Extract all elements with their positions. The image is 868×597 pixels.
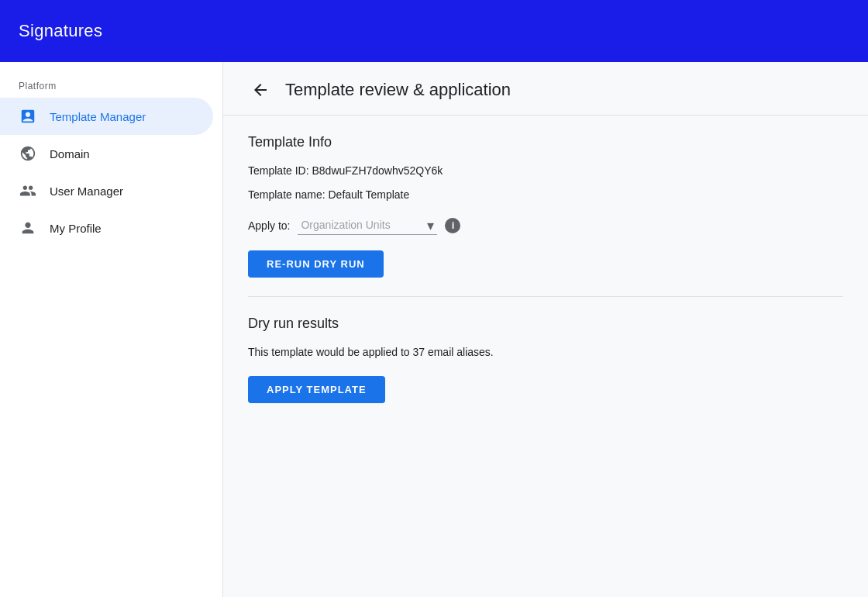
sidebar-section-label: Platform	[0, 74, 222, 98]
back-button[interactable]	[248, 78, 273, 102]
main-layout: Platform Template Manager Domain	[0, 62, 868, 597]
sidebar-item-label-user-manager: User Manager	[50, 185, 123, 198]
apply-to-row: Apply to: Organization Units All Users O…	[248, 216, 843, 235]
apply-to-select-wrapper[interactable]: Organization Units All Users Organizatio…	[298, 216, 437, 235]
template-info-title: Template Info	[248, 134, 843, 150]
dry-run-result-text: This template would be applied to 37 ema…	[248, 344, 843, 361]
sidebar-item-label-template-manager: Template Manager	[50, 110, 146, 123]
template-name-row: Template name: Default Template	[248, 187, 843, 203]
sidebar-item-my-profile[interactable]: My Profile	[0, 209, 213, 247]
user-manager-icon	[19, 181, 37, 200]
info-icon[interactable]: i	[445, 218, 460, 233]
apply-to-select[interactable]: Organization Units All Users Organizatio…	[298, 216, 437, 235]
dry-run-section: Dry run results This template would be a…	[248, 296, 843, 422]
profile-icon	[19, 219, 37, 237]
sidebar-item-user-manager[interactable]: User Manager	[0, 172, 213, 209]
sidebar-item-domain[interactable]: Domain	[0, 135, 213, 172]
apply-template-button[interactable]: APPLY TEMPLATE	[248, 376, 385, 403]
template-info-section: Template Info Template ID: B8dwuFZH7dowh…	[248, 116, 843, 296]
app-header: Signatures	[0, 0, 868, 62]
sidebar: Platform Template Manager Domain	[0, 62, 223, 597]
page-title: Template review & application	[285, 80, 511, 100]
main-content: Template review & application Template I…	[223, 62, 868, 597]
template-icon	[19, 107, 37, 126]
domain-icon	[19, 144, 37, 163]
page-header: Template review & application	[223, 62, 868, 115]
apply-to-label: Apply to:	[248, 219, 290, 232]
rerun-dry-run-button[interactable]: RE-RUN DRY RUN	[248, 250, 384, 278]
sidebar-item-label-domain: Domain	[50, 147, 90, 160]
content-area: Template Info Template ID: B8dwuFZH7dowh…	[223, 116, 868, 422]
sidebar-item-template-manager[interactable]: Template Manager	[0, 98, 213, 135]
template-id-row: Template ID: B8dwuFZH7dowhv52QY6k	[248, 163, 843, 179]
app-title: Signatures	[19, 21, 102, 41]
sidebar-item-label-my-profile: My Profile	[50, 222, 102, 235]
dry-run-title: Dry run results	[248, 316, 843, 332]
